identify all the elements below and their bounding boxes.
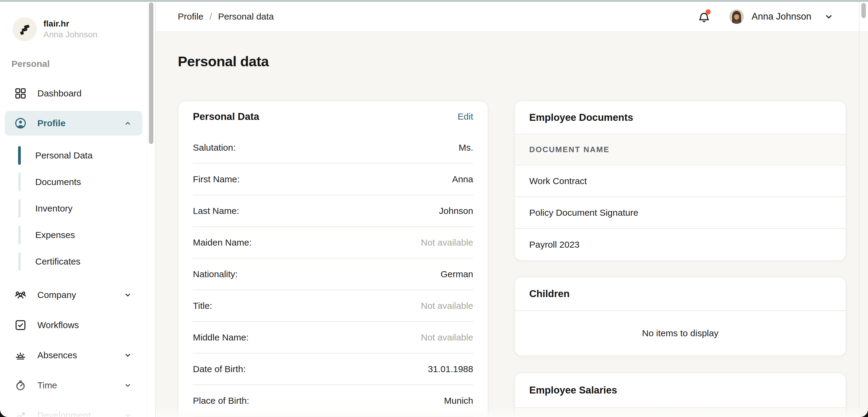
sidebar-subitem-documents[interactable]: Documents <box>0 169 147 195</box>
sidebar-section-label: Personal <box>11 59 147 69</box>
page-content: Personal data Personal Data Edit Salutat… <box>156 32 868 417</box>
active-indicator-bar <box>18 146 21 165</box>
sidebar-item-label: Workflows <box>37 320 141 330</box>
field-label: Nationality: <box>193 269 238 279</box>
field-row-maiden-name: Maiden Name: Not available <box>193 227 473 258</box>
sidebar-item-workflows[interactable]: Workflows <box>5 313 142 338</box>
field-value: Not available <box>421 237 473 248</box>
user-avatar <box>730 9 744 24</box>
indicator-bar <box>18 173 21 191</box>
development-trend-icon <box>14 409 27 417</box>
employee-documents-card: Employee Documents DOCUMENT NAME Work Co… <box>514 101 846 261</box>
sidebar-subitem-label: Certificates <box>35 256 81 267</box>
chevron-down-icon <box>123 411 133 417</box>
field-label: Date of Birth: <box>193 364 246 374</box>
document-row-work-contract[interactable]: Work Contract <box>515 165 846 197</box>
main-area: Profile / Personal data <box>156 2 868 417</box>
sidebar-item-profile[interactable]: Profile <box>5 111 142 136</box>
sidebar-item-label: Profile <box>37 118 113 128</box>
employee-documents-title: Employee Documents <box>529 112 633 123</box>
org-text: flair.hr Anna Johnson <box>43 19 97 40</box>
absences-sunrise-icon <box>14 349 27 362</box>
chevron-down-icon <box>824 11 834 22</box>
org-name: flair.hr <box>43 19 97 29</box>
salaries-table-header <box>515 408 846 417</box>
breadcrumb-current: Personal data <box>218 11 274 22</box>
notification-dot <box>706 9 711 14</box>
children-card: Children No items to display <box>514 277 846 356</box>
field-row-last-name: Last Name: Johnson <box>193 195 473 227</box>
sidebar-subitem-label: Inventory <box>35 203 72 214</box>
field-row-date-of-birth: Date of Birth: 31.01.1988 <box>193 353 473 385</box>
field-row-first-name: First Name: Anna <box>193 164 473 195</box>
sidebar-subitem-expenses[interactable]: Expenses <box>0 222 147 248</box>
breadcrumb-separator: / <box>210 11 212 22</box>
field-label: Salutation: <box>193 142 236 153</box>
field-label: Place of Birth: <box>193 395 249 406</box>
sidebar-item-label: Company <box>37 290 113 300</box>
indicator-bar <box>18 226 21 244</box>
main-scrollbar-thumb[interactable] <box>861 3 866 18</box>
user-name: Anna Johnson <box>752 11 811 22</box>
sidebar-item-company[interactable]: Company <box>5 283 142 307</box>
company-icon <box>14 288 27 301</box>
field-row-nationality: Nationality: German <box>193 258 473 290</box>
sidebar-item-dashboard[interactable]: Dashboard <box>5 81 142 106</box>
sidebar-item-label: Absences <box>37 350 113 360</box>
sidebar-item-label: Time <box>37 380 113 390</box>
sidebar-scrollbar-thumb[interactable] <box>149 2 153 144</box>
chevron-down-icon <box>123 381 133 390</box>
field-row-middle-name: Middle Name: Not available <box>193 322 473 353</box>
page-title: Personal data <box>178 53 846 70</box>
field-value: Munich <box>444 395 473 406</box>
workflows-icon <box>14 318 27 332</box>
sidebar-item-label: Development <box>37 410 113 417</box>
top-bar: Profile / Personal data <box>156 2 868 32</box>
org-user-name: Anna Johnson <box>43 29 97 40</box>
sidebar-item-label: Dashboard <box>37 88 141 99</box>
profile-submenu: Personal Data Documents Inventory Expens… <box>0 142 147 275</box>
document-row-policy-signature[interactable]: Policy Document Signature <box>515 197 846 229</box>
sidebar-item-absences[interactable]: Absences <box>5 343 142 367</box>
breadcrumb: Profile / Personal data <box>178 11 274 22</box>
document-row-payroll-2023[interactable]: Payroll 2023 <box>515 229 846 260</box>
notifications-button[interactable] <box>696 9 712 24</box>
sidebar-item-time[interactable]: Time <box>5 373 142 398</box>
field-row-salutation: Salutation: Ms. <box>193 132 473 164</box>
sidebar-subitem-personal-data[interactable]: Personal Data <box>0 142 147 169</box>
field-label: Last Name: <box>193 206 239 216</box>
sidebar-nav: Dashboard Profile <box>0 81 147 417</box>
personal-data-card-title: Personal Data <box>193 111 259 122</box>
sidebar-item-development[interactable]: Development <box>5 403 142 417</box>
breadcrumb-profile[interactable]: Profile <box>178 11 204 22</box>
employee-salaries-title: Employee Salaries <box>529 384 617 396</box>
app-window: flair.hr Anna Johnson Personal Dashboard <box>0 2 868 417</box>
employee-salaries-card: Employee Salaries <box>514 373 846 417</box>
sidebar: flair.hr Anna Johnson Personal Dashboard <box>0 2 156 417</box>
profile-icon <box>14 117 27 130</box>
field-value: Johnson <box>439 206 473 216</box>
field-value: 31.01.1988 <box>428 364 473 374</box>
field-label: First Name: <box>193 174 240 184</box>
flair-logo <box>13 17 37 41</box>
main-scrollbar-track <box>859 2 868 417</box>
sidebar-subitem-inventory[interactable]: Inventory <box>0 195 147 222</box>
children-empty-state: No items to display <box>515 311 846 356</box>
chevron-down-icon <box>123 350 133 360</box>
sidebar-subitem-label: Documents <box>35 177 81 187</box>
field-label: Maiden Name: <box>193 237 252 248</box>
org-switcher[interactable]: flair.hr Anna Johnson <box>13 17 147 41</box>
window-corner-bottom-left <box>0 408 9 417</box>
sidebar-subitem-label: Personal Data <box>35 150 93 161</box>
indicator-bar <box>18 252 21 271</box>
user-menu[interactable]: Anna Johnson <box>730 9 834 24</box>
window-corner-bottom-right <box>859 408 868 417</box>
sidebar-subitem-label: Expenses <box>35 230 75 240</box>
field-row-title: Title: Not available <box>193 290 473 322</box>
indicator-bar <box>18 199 21 218</box>
chevron-up-icon <box>123 119 133 128</box>
sidebar-subitem-certificates[interactable]: Certificates <box>0 248 147 275</box>
field-label: Title: <box>193 301 212 311</box>
time-stopwatch-icon <box>14 379 27 392</box>
edit-button[interactable]: Edit <box>458 111 473 122</box>
